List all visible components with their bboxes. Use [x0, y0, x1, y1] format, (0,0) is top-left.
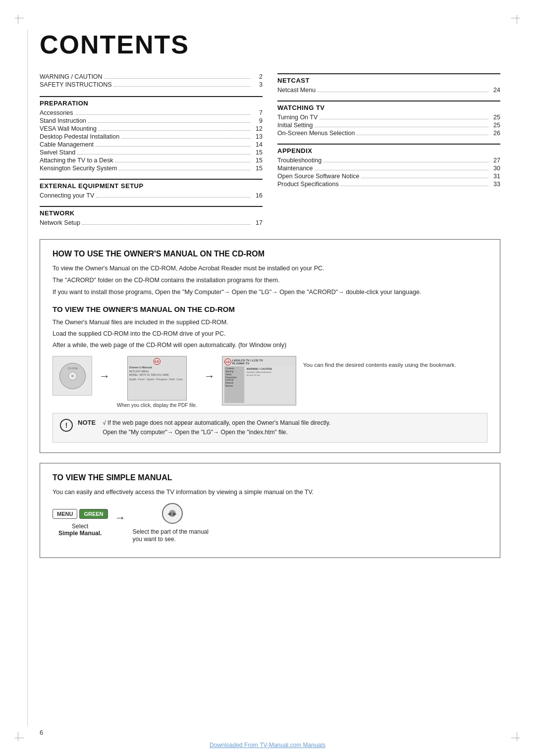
corner-mark: [15, 738, 24, 738]
corner-mark: [15, 18, 24, 18]
screen2-mockup: LG LED/LCD TV / LCD TVPLASMA TV Contents…: [222, 356, 296, 405]
svg-text:CD-ROM: CD-ROM: [67, 367, 78, 370]
simple-manual-box: TO VIEW THE SIMPLE MANUAL You can easily…: [40, 463, 500, 558]
toc-section-title-netcast: NETCAST: [277, 77, 500, 84]
note-line1: √ If the web page does not appear automa…: [103, 418, 330, 428]
toc-section-title-network: NETWORK: [40, 209, 263, 217]
lg-logo-2: LG: [224, 358, 231, 365]
toc-section-title-external: EXTERNAL EQUIPMENT SETUP: [40, 182, 263, 190]
toc-dots: [114, 86, 251, 87]
list-item: Attaching the TV to a Desk 15: [40, 157, 263, 164]
left-border: [27, 30, 28, 726]
toc-columns: WARNING / CAUTION 2 SAFETY INSTRUCTIONS …: [40, 73, 500, 229]
step1-caption: Select Simple Manual.: [58, 523, 102, 537]
lg-logo-1: LG: [154, 358, 160, 365]
step-arrow: →: [115, 511, 126, 524]
toc-right: NETCAST Netcast Menu 24 WATCHING TV Turn…: [277, 73, 500, 229]
toc-page-warning: 2: [253, 73, 263, 80]
cd-icon: CD-ROM: [59, 362, 86, 390]
toc-section-network: NETWORK Network Setup 17: [40, 206, 263, 226]
toc-section-netcast: NETCAST Netcast Menu 24: [277, 73, 500, 94]
step2-caption: Select the part of the manual you want t…: [133, 528, 212, 543]
cdrom-disc-group: CD-ROM: [53, 356, 92, 396]
view-para1: The Owner's Manual files are included in…: [53, 317, 487, 327]
corner-mark: [511, 738, 520, 738]
toc-section-title-appendix: APPENDIX: [277, 147, 500, 154]
note-lines: √ If the web page does not appear automa…: [103, 418, 330, 437]
list-item: Connecting your TV 16: [40, 192, 263, 199]
view-owner-manual-section: TO VIEW THE OWNER'S MANUAL ON THE CD-ROM…: [53, 305, 487, 443]
screen1-mockup: LG Owner's Manual NETCAST MENU MODEL: HD…: [127, 356, 187, 401]
corner-mark: [18, 732, 18, 741]
arrow1: →: [99, 370, 110, 383]
toc-top-entries: WARNING / CAUTION 2 SAFETY INSTRUCTIONS …: [40, 73, 263, 88]
corner-mark: [18, 15, 18, 24]
toc-entry-safety: SAFETY INSTRUCTIONS 3: [40, 81, 263, 88]
note-label: NOTE: [78, 419, 96, 426]
toc-section-title-preparation: PREPARATION: [40, 100, 263, 107]
list-item: Initial Setting 25: [277, 122, 500, 129]
list-item: Network Setup 17: [40, 219, 263, 226]
corner-mark: [517, 15, 517, 24]
nav-circle: ◀ ▶: [162, 503, 183, 524]
step1-group: MENU GREEN Select Simple Manual.: [53, 509, 108, 537]
toc-page-safety: 3: [253, 81, 263, 88]
toc-left: WARNING / CAUTION 2 SAFETY INSTRUCTIONS …: [40, 73, 263, 229]
how-to-cdrom-para3: If you want to install those programs, O…: [53, 287, 487, 297]
view-para3: After a while, the web page of the CD-RO…: [53, 340, 487, 350]
caption-select: Select: [72, 523, 88, 530]
list-item: Maintenance 30: [277, 165, 500, 172]
toc-section-appendix: APPENDIX Troubleshooting 27 Maintenance …: [277, 144, 500, 188]
list-item: Kensington Security System 15: [40, 165, 263, 172]
list-item: Desktop Pedestal Installation 13: [40, 133, 263, 140]
list-item: Open Source Software Notice 31: [277, 173, 500, 180]
green-button: GREEN: [79, 509, 107, 519]
caption-select-part: Select the part of the manual you want t…: [133, 528, 209, 543]
list-item: Netcast Menu 24: [277, 87, 500, 94]
list-item: On-Screen Menus Selection 26: [277, 130, 500, 137]
corner-mark: [511, 18, 520, 18]
menu-button: MENU: [53, 509, 77, 519]
screen2-caption: You can find the desired contents easily…: [303, 361, 456, 369]
how-to-cdrom-para2: The "ACRORD" folder on the CD-ROM contai…: [53, 275, 487, 285]
list-item: Swivel Stand 15: [40, 149, 263, 156]
toc-label-warning: WARNING / CAUTION: [40, 73, 103, 80]
how-to-cdrom-para1: To view the Owner's Manual on the CD-ROM…: [53, 263, 487, 273]
svg-point-2: [71, 374, 74, 377]
step2-group: ◀ ▶ Select the part of the manual you wa…: [133, 503, 212, 543]
toc-dots: [105, 78, 251, 79]
toc-section-title-watching: WATCHING TV: [277, 104, 500, 111]
caption-simple-manual: Simple Manual.: [58, 530, 102, 537]
toc-section-preparation: PREPARATION Accessories 7 Stand Instruct…: [40, 96, 263, 172]
list-item: Accessories 7: [40, 109, 263, 116]
toc-section-watching: WATCHING TV Turning On TV 25 Initial Set…: [277, 101, 500, 137]
screen1-group: LG Owner's Manual NETCAST MENU MODEL: HD…: [117, 356, 197, 408]
how-to-cdrom-title: HOW TO USE THE OWNER'S MANUAL ON THE CD-…: [53, 250, 487, 258]
view-para2: Load the supplied CD-ROM into the CD-ROM…: [53, 329, 487, 339]
toc-entry-warning: WARNING / CAUTION 2: [40, 73, 263, 80]
simple-manual-title: TO VIEW THE SIMPLE MANUAL: [53, 473, 487, 482]
list-item: Stand Instruction 9: [40, 117, 263, 124]
simple-manual-diagram: MENU GREEN Select Simple Manual. → ◀ ▶: [53, 503, 487, 543]
menu-button-group: MENU GREEN: [53, 509, 108, 519]
list-item: Troubleshooting 27: [277, 157, 500, 164]
note-line2: Open the "My computer"→ Open the "LG"→ O…: [103, 428, 330, 437]
arrow2: →: [204, 370, 215, 383]
list-item: VESA Wall Mounting 12: [40, 125, 263, 132]
list-item: Product Specifications 33: [277, 181, 500, 188]
toc-label-safety: SAFETY INSTRUCTIONS: [40, 81, 112, 88]
how-to-cdrom-box: HOW TO USE THE OWNER'S MANUAL ON THE CD-…: [40, 239, 500, 453]
toc-section-external: EXTERNAL EQUIPMENT SETUP Connecting your…: [40, 179, 263, 199]
page-wrapper: CONTENTS WARNING / CAUTION 2 SAFETY INST…: [0, 0, 535, 756]
footer-link[interactable]: Downloaded From TV-Manual.com Manuals: [210, 742, 325, 749]
view-owner-manual-title: TO VIEW THE OWNER'S MANUAL ON THE CD-ROM: [53, 305, 487, 313]
list-item: Cable Management 14: [40, 141, 263, 148]
list-item: Turning On TV 25: [277, 114, 500, 121]
screen2-group: LG LED/LCD TV / LCD TVPLASMA TV Contents…: [222, 356, 296, 405]
simple-manual-description: You can easily and effectively access th…: [53, 487, 487, 497]
corner-mark: [517, 732, 517, 741]
page-title: CONTENTS: [40, 30, 500, 59]
page-number: 6: [40, 729, 43, 736]
note-inner: NOTE √ If the web page does not appear a…: [78, 418, 330, 437]
screen1-caption: When you click, display the PDF file.: [117, 403, 197, 408]
